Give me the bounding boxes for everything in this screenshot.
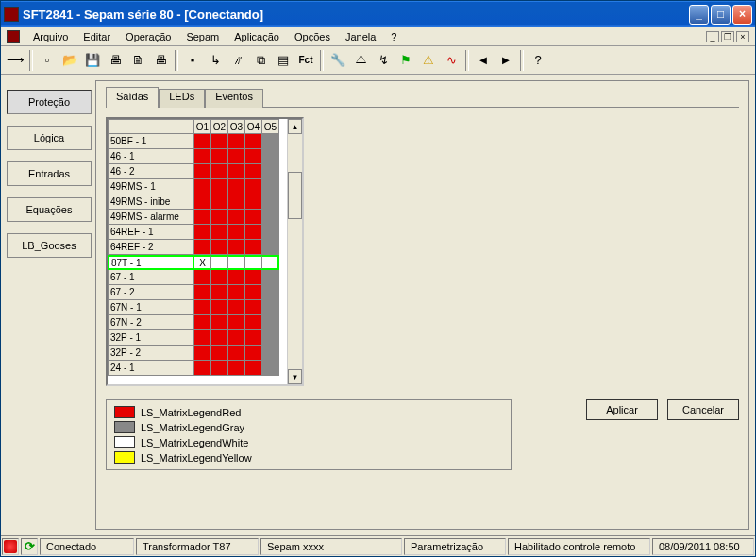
print2-tool-icon[interactable]: 🖶 xyxy=(150,50,171,71)
matrix-row-label[interactable]: 87T - 1 xyxy=(108,255,194,270)
matrix-cell[interactable] xyxy=(211,210,228,225)
matrix-cell[interactable] xyxy=(228,210,245,225)
matrix-row-label[interactable]: 32P - 1 xyxy=(108,330,194,346)
mdi-close-button[interactable]: × xyxy=(736,31,749,42)
matrix-cell[interactable] xyxy=(262,210,279,225)
matrix-cell[interactable] xyxy=(228,285,245,300)
matrix-row-label[interactable]: 67 - 2 xyxy=(108,285,194,300)
scroll-up-icon[interactable]: ▲ xyxy=(288,119,302,134)
matrix-cell[interactable] xyxy=(228,330,245,346)
matrix-cell[interactable] xyxy=(228,300,245,315)
menu-arquivo[interactable]: Arquivo xyxy=(25,29,76,44)
sidebar-item-lb_gooses[interactable]: LB_Gooses xyxy=(7,233,92,258)
tab-leds[interactable]: LEDs xyxy=(159,89,205,108)
matrix-row[interactable]: 46 - 2 xyxy=(108,164,279,179)
matrix-cell[interactable] xyxy=(262,270,279,285)
matrix-cell[interactable] xyxy=(228,179,245,194)
matrix-cell[interactable] xyxy=(194,179,211,194)
matrix-row[interactable]: 50BF - 1 xyxy=(108,134,279,149)
matrix-cell[interactable] xyxy=(211,240,228,255)
menu-janela[interactable]: Janela xyxy=(338,29,383,44)
help-tool-icon[interactable]: ? xyxy=(528,50,548,71)
matrix-cell[interactable] xyxy=(211,255,228,270)
close-button[interactable]: × xyxy=(732,5,752,25)
matrix-cell[interactable] xyxy=(262,300,279,315)
matrix-cell[interactable] xyxy=(245,134,262,149)
matrix-cell[interactable] xyxy=(194,285,211,300)
matrix-cell[interactable] xyxy=(194,361,211,376)
matrix-cell[interactable] xyxy=(228,225,245,240)
matrix-row-label[interactable]: 67 - 1 xyxy=(108,270,194,285)
matrix-cell[interactable] xyxy=(245,179,262,194)
matrix-cell[interactable] xyxy=(194,194,211,210)
matrix-row[interactable]: 49RMS - 1 xyxy=(108,179,279,194)
disk-tool-icon[interactable]: ▪ xyxy=(182,50,203,71)
matrix-cell[interactable] xyxy=(245,240,262,255)
minimize-button[interactable]: _ xyxy=(689,5,709,25)
matrix-cell[interactable]: X xyxy=(194,255,211,270)
apply-button[interactable]: Aplicar xyxy=(586,399,658,420)
matrix-cell[interactable] xyxy=(262,164,279,179)
maximize-button[interactable]: □ xyxy=(711,5,731,25)
matrix-cell[interactable] xyxy=(211,315,228,330)
matrix-cell[interactable] xyxy=(194,270,211,285)
matrix-cell[interactable] xyxy=(245,225,262,240)
matrix-cell[interactable] xyxy=(228,346,245,361)
matrix-cell[interactable] xyxy=(245,346,262,361)
matrix-row[interactable]: 67 - 1 xyxy=(108,270,279,285)
matrix-row[interactable]: 32P - 1 xyxy=(108,330,279,346)
matrix-cell[interactable] xyxy=(211,285,228,300)
curve1-tool-icon[interactable]: ↳ xyxy=(205,50,226,71)
matrix-cell[interactable] xyxy=(194,225,211,240)
matrix-cell[interactable] xyxy=(194,164,211,179)
matrix-row-label[interactable]: 32P - 2 xyxy=(108,346,194,361)
matrix-cell[interactable] xyxy=(228,255,245,270)
sidebar-item-proteção[interactable]: Proteção xyxy=(7,90,92,114)
sidebar-item-entradas[interactable]: Entradas xyxy=(7,161,92,186)
matrix-cell[interactable] xyxy=(194,315,211,330)
matrix-cell[interactable] xyxy=(245,330,262,346)
matrix-row-label[interactable]: 24 - 1 xyxy=(108,361,194,376)
matrix-cell[interactable] xyxy=(262,240,279,255)
matrix-cell[interactable] xyxy=(245,164,262,179)
matrix-cell[interactable] xyxy=(228,270,245,285)
matrix-cell[interactable] xyxy=(194,300,211,315)
arrow-left-tool-icon[interactable]: ◄ xyxy=(473,50,494,71)
print-tool-icon[interactable]: 🖶 xyxy=(105,50,126,71)
matrix-cell[interactable] xyxy=(262,179,279,194)
matrix-scrollbar[interactable]: ▲ ▼ xyxy=(287,119,302,384)
matrix-row-label[interactable]: 49RMS - 1 xyxy=(108,179,194,194)
matrix-row[interactable]: 49RMS - inibe xyxy=(108,194,279,210)
list-tool-icon[interactable]: ▤ xyxy=(273,50,294,71)
graph-tool-icon[interactable]: ⫽ xyxy=(227,50,248,71)
wave-tool-icon[interactable]: ∿ xyxy=(441,50,462,71)
matrix-cell[interactable] xyxy=(262,255,279,270)
menu-aplicação[interactable]: Aplicação xyxy=(227,29,287,44)
tab-eventos[interactable]: Eventos xyxy=(205,89,263,108)
matrix-cell[interactable] xyxy=(245,361,262,376)
matrix-cell[interactable] xyxy=(262,315,279,330)
scroll-down-icon[interactable]: ▼ xyxy=(288,369,302,384)
wrench-tool-icon[interactable]: 🔧 xyxy=(328,50,348,71)
mdi-restore-button[interactable]: ❐ xyxy=(721,31,734,42)
sidebar-item-equações[interactable]: Equações xyxy=(7,197,92,222)
matrix-cell[interactable] xyxy=(228,240,245,255)
matrix-cell[interactable] xyxy=(262,194,279,210)
antenna-tool-icon[interactable]: ⏃ xyxy=(350,50,371,71)
matrix-col-O1[interactable]: O1 xyxy=(194,119,211,134)
matrix-row[interactable]: 67N - 1 xyxy=(108,300,279,315)
matrix-cell[interactable] xyxy=(228,134,245,149)
matrix-cell[interactable] xyxy=(211,164,228,179)
check-tool-icon[interactable]: ⚑ xyxy=(395,50,416,71)
matrix-cell[interactable] xyxy=(211,225,228,240)
menu-operação[interactable]: Operação xyxy=(118,29,178,44)
matrix-cell[interactable] xyxy=(262,134,279,149)
matrix-cell[interactable] xyxy=(228,164,245,179)
menu-sepam[interactable]: Sepam xyxy=(178,29,227,44)
matrix-col-O4[interactable]: O4 xyxy=(245,119,262,134)
matrix-cell[interactable] xyxy=(211,346,228,361)
cancel-button[interactable]: Cancelar xyxy=(667,399,739,420)
matrix-row[interactable]: 87T - 1X xyxy=(108,255,279,270)
matrix-cell[interactable] xyxy=(194,210,211,225)
menu-opções[interactable]: Opções xyxy=(287,29,338,44)
